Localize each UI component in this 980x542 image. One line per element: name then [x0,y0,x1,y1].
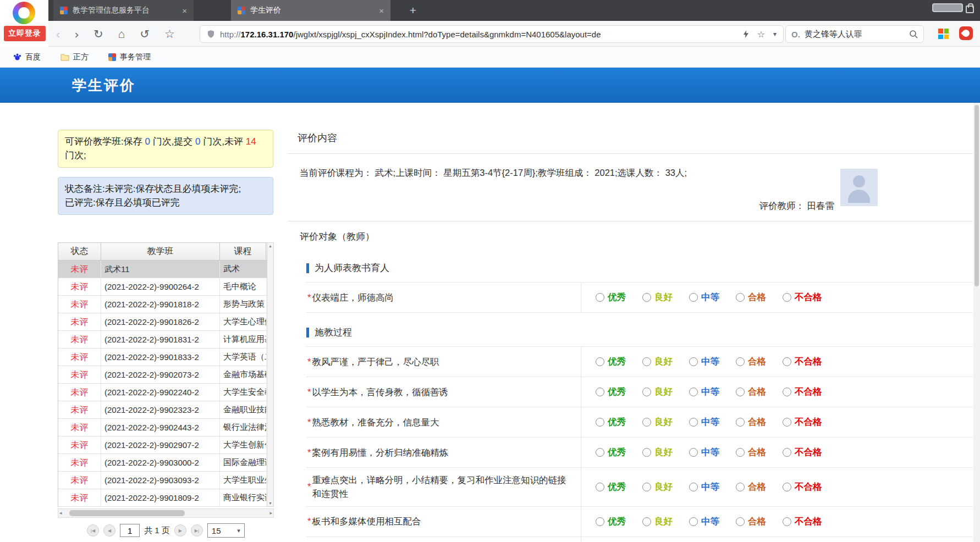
radio-button[interactable] [783,293,791,302]
rating-option[interactable]: 优秀 [596,516,626,528]
rating-option[interactable]: 优秀 [596,291,626,303]
radio-button[interactable] [736,357,745,366]
rating-option[interactable]: 中等 [689,481,719,493]
header-class[interactable]: 教学班 [101,243,220,260]
table-row[interactable]: 未评(2021-2022-2)-9902907-2大学生创新创业 [58,436,267,454]
scroll-up-icon[interactable]: ▴ [267,244,273,248]
radio-button[interactable] [596,357,604,366]
rating-option[interactable]: 合格 [736,291,766,303]
tab-student-evaluation[interactable]: 学生评价 × [231,0,390,21]
bookmark-zhengfang-folder[interactable]: 正方 [60,52,89,62]
table-row[interactable]: 未评(2021-2022-2)-9902323-2金融职业技能（ [58,401,267,419]
rating-option[interactable]: 优秀 [596,386,626,398]
radio-button[interactable] [736,483,745,491]
rating-option[interactable]: 优秀 [596,356,626,368]
radio-button[interactable] [596,418,604,427]
rating-option[interactable]: 良好 [642,481,673,493]
radio-button[interactable] [783,448,791,457]
table-row[interactable]: 未评(2021-2022-2)-9900264-2毛中概论 [58,278,267,296]
last-page-button[interactable]: ▶| [191,524,203,537]
address-bar[interactable]: http://172.16.31.170/jwglxt/xspjgl/xspj_… [200,25,784,43]
new-tab-button[interactable]: + [405,3,421,18]
table-row[interactable]: 未评(2021-2022-2)-9901833-2大学英语（二） [58,349,267,366]
page-scrollbar[interactable] [973,103,980,542]
undo-icon[interactable]: ↺ [140,27,150,41]
game-center-icon[interactable] [959,26,973,40]
table-row[interactable]: 未评武术11武术 [58,261,267,278]
table-row[interactable]: 未评(2021-2022-2)-9903093-2大学生职业生涯 [58,472,267,489]
login-now-button[interactable]: 立即登录 [4,26,46,41]
radio-button[interactable] [596,388,604,396]
radio-button[interactable] [642,293,651,302]
rating-option[interactable]: 不合格 [783,481,822,493]
page-number-input[interactable] [120,524,140,537]
rating-option[interactable]: 合格 [736,386,766,398]
scrollbar-thumb[interactable] [69,510,185,516]
rating-option[interactable]: 合格 [736,516,766,528]
rating-option[interactable]: 中等 [689,516,719,528]
rating-option[interactable]: 中等 [689,416,719,428]
chevron-down-icon[interactable]: ▾ [773,30,777,38]
rating-option[interactable]: 良好 [642,386,673,398]
bookmark-star-icon[interactable]: ☆ [757,29,765,40]
radio-button[interactable] [783,388,791,396]
rating-option[interactable]: 优秀 [596,481,626,493]
prev-page-button[interactable]: ◀ [103,524,115,537]
radio-button[interactable] [689,483,698,491]
tab-jwgl-platform[interactable]: 教学管理信息服务平台 × [53,0,194,21]
header-status[interactable]: 状态 [58,243,101,260]
radio-button[interactable] [783,357,791,366]
table-row[interactable]: 未评(2021-2022-2)-9901826-2大学生心理健康 [58,313,267,331]
radio-button[interactable] [642,517,651,526]
radio-button[interactable] [736,517,745,526]
rating-option[interactable]: 中等 [689,356,719,368]
rating-option[interactable]: 不合格 [783,516,822,528]
radio-button[interactable] [596,448,604,457]
rating-option[interactable]: 良好 [642,356,673,368]
forward-icon[interactable]: › [75,27,79,41]
rating-option[interactable]: 优秀 [596,416,626,428]
favorite-star-icon[interactable]: ☆ [164,27,175,41]
radio-button[interactable] [596,517,604,526]
tab-close-icon[interactable]: × [182,6,187,15]
table-row[interactable]: 未评(2021-2022-2)-9901818-2形势与政策（二 [58,296,267,313]
rating-option[interactable]: 不合格 [783,386,822,398]
search-icon[interactable] [909,30,918,38]
rating-option[interactable]: 不合格 [783,446,822,458]
bookmark-baidu[interactable]: 百度 [13,52,41,62]
rating-option[interactable]: 中等 [689,291,719,303]
radio-button[interactable] [689,293,698,302]
apps-grid-icon[interactable] [938,29,949,39]
browser-logo-icon[interactable] [13,2,35,24]
search-box[interactable]: O. 黄之锋等人认罪 [785,25,924,43]
rating-option[interactable]: 良好 [642,516,673,528]
table-row[interactable]: 未评(2021-2022-2)-9903000-2国际金融理论 [58,454,267,472]
bookmark-shiwuguanli[interactable]: 事务管理 [108,52,151,62]
scrollbar-thumb[interactable] [975,105,979,286]
radio-button[interactable] [689,418,698,427]
radio-button[interactable] [783,418,791,427]
rating-option[interactable]: 中等 [689,386,719,398]
table-horizontal-scrollbar[interactable]: ◂ ▸ [58,508,274,518]
table-row[interactable]: 未评(2021-2022-2)-9902073-2金融市场基础知 [58,366,267,384]
header-course[interactable]: 课程 [220,243,266,260]
radio-button[interactable] [783,483,791,491]
radio-button[interactable] [783,517,791,526]
radio-button[interactable] [642,357,651,366]
table-row[interactable]: 未评(2021-2022-2)-9902443-2银行业法律法规 [58,419,267,436]
table-row[interactable]: 未评(2021-2022-2)-9901809-2商业银行实训 [58,489,267,507]
rating-option[interactable]: 良好 [642,291,673,303]
rating-option[interactable]: 不合格 [783,291,822,303]
rating-option[interactable]: 良好 [642,446,673,458]
rating-option[interactable]: 良好 [642,416,673,428]
back-icon[interactable]: ‹ [56,27,60,41]
radio-button[interactable] [642,483,651,491]
radio-button[interactable] [642,388,651,396]
scroll-left-icon[interactable]: ◂ [59,510,62,516]
rating-option[interactable]: 中等 [689,446,719,458]
radio-button[interactable] [689,448,698,457]
table-vertical-scrollbar[interactable]: ▴ ▾ [267,242,274,507]
rating-option[interactable]: 不合格 [783,356,822,368]
radio-button[interactable] [689,388,698,396]
scroll-right-icon[interactable]: ▸ [269,510,272,516]
